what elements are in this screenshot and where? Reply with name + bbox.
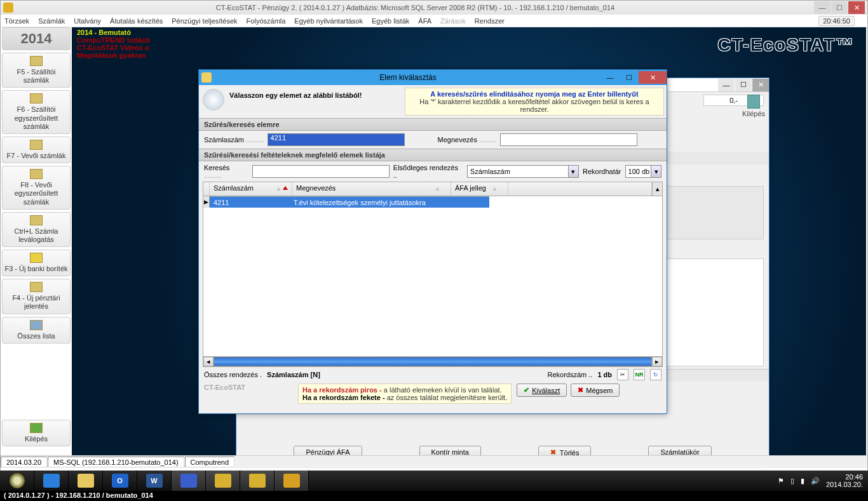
chevron-down-icon: ▾ — [651, 166, 661, 177]
cell-szam: 4211 — [210, 199, 290, 206]
menu-utalvany[interactable]: Utalvány — [74, 17, 101, 25]
menu-atutalas[interactable]: Átutalás készítés — [110, 17, 163, 25]
menu-penzugyi[interactable]: Pénzügyi teljesítések — [172, 17, 237, 25]
taskbar-app1[interactable] — [206, 471, 240, 491]
tray-clock[interactable]: 20:46 2014.03.20. — [826, 473, 863, 488]
rendezes-combo[interactable]: Számlaszám▾ — [467, 165, 579, 178]
start-icon — [10, 473, 25, 488]
taskbar-app2[interactable] — [240, 471, 275, 491]
section-results-header: Szűrési/keresési feltételeknek megfelelő… — [199, 149, 667, 161]
info-text: 2014 - Bemutató CompuTREND tudásb CT-Eco… — [77, 29, 150, 59]
btn-f5[interactable]: F5 - Szállítói számlák — [2, 53, 71, 88]
megnevezes-label: Megnevezés — [438, 136, 497, 144]
envelope-icon — [30, 253, 43, 263]
close-button[interactable]: ✕ — [848, 1, 865, 14]
btn-f7[interactable]: F7 - Vevői számlák — [2, 137, 71, 163]
btn-kilepes[interactable]: Kilépés — [2, 420, 71, 446]
left-toolbar: 2014 F5 - Szállítói számlák F6 - Szállít… — [2, 27, 71, 449]
tray-net-icon[interactable]: ▯ — [790, 477, 794, 485]
menu-torzsek[interactable]: Törzsek — [4, 17, 29, 25]
footer-bar: ( 2014.0.1.27 ) - 192.168.1.210 / bemuta… — [0, 491, 868, 501]
taskbar-explorer[interactable] — [69, 471, 103, 491]
folder-icon — [78, 474, 94, 488]
table-row[interactable]: 4211 T.évi kötelezettségek személyi jutt… — [210, 196, 489, 208]
app-icon — [3, 3, 13, 13]
status-date: 2014.03.20 — [1, 457, 47, 467]
record-hint: Ha a rekordszám piros - a látható elemek… — [298, 384, 512, 404]
doc-icon — [30, 140, 43, 150]
cut-icon[interactable]: ✂ — [617, 369, 628, 380]
exit-icon — [30, 423, 43, 433]
kont-max[interactable]: ☐ — [735, 79, 752, 91]
kont-min[interactable]: — — [718, 79, 735, 91]
system-tray: ⚑ ▯ ▮ 🔊 20:46 2014.03.20. — [778, 473, 868, 488]
rekordhatar-label: Rekordhatár — [583, 168, 621, 175]
row-indicator: ▶ — [203, 196, 210, 208]
dlg-titlebar[interactable]: Elem kiválasztás — ☐ ✕ — [199, 70, 667, 85]
kont-close[interactable]: ✕ — [752, 79, 769, 91]
rekordhatar-combo[interactable]: 100 db▾ — [625, 165, 661, 178]
grid-hscroll[interactable]: ◂ ▸ — [203, 356, 662, 366]
menubar: Törzsek Számlák Utalvány Átutalás készít… — [1, 15, 867, 27]
col-megnevezes[interactable]: Megnevezés≡ — [292, 182, 451, 196]
col-szamlaszam[interactable]: Számlaszám≡ — [210, 182, 292, 196]
taskbar-word[interactable]: W — [137, 471, 172, 491]
menu-folyoszamla[interactable]: Folyószámla — [247, 17, 286, 25]
report-icon — [30, 282, 43, 292]
szamlaszam-input[interactable]: 4211 — [268, 133, 405, 146]
btn-f4[interactable]: F4 - Új pénztári jelentés — [2, 279, 71, 314]
col-spacer — [508, 182, 652, 196]
szamlaszam-label: Számlaszám — [204, 136, 264, 144]
kivalaszt-button[interactable]: ✔Kiválaszt — [517, 384, 567, 397]
dlg-maximize[interactable]: ☐ — [620, 71, 639, 84]
col-afajelleg[interactable]: ÁFA jelleg≡ — [451, 182, 508, 196]
tray-sound-icon[interactable]: 🔊 — [811, 477, 820, 485]
menu-egyeb-listak[interactable]: Egyéb listák — [372, 17, 409, 25]
refresh-icon[interactable]: ↻ — [650, 369, 661, 380]
taskbar-ie[interactable] — [34, 471, 69, 491]
tray-power-icon[interactable]: ▮ — [801, 477, 804, 485]
record-label: Rekordszám .. — [547, 371, 592, 378]
start-button[interactable] — [0, 471, 34, 491]
taskbar-save[interactable] — [172, 471, 206, 491]
megnevezes-input[interactable] — [500, 133, 637, 146]
minimize-button[interactable]: — — [814, 1, 831, 14]
scroll-left[interactable]: ◂ — [203, 357, 214, 366]
scroll-right[interactable]: ▸ — [652, 357, 662, 366]
filter-icon — [30, 215, 43, 225]
maximize-button[interactable]: ☐ — [831, 1, 848, 14]
dlg-title: Elem kiválasztás — [215, 73, 600, 82]
status-company: Computrend — [185, 457, 235, 467]
doc-icon — [30, 56, 43, 66]
btn-f3[interactable]: F3 - Új banki boríték — [2, 250, 71, 276]
taskbar-outlook[interactable]: O — [103, 471, 137, 491]
dlg-minimize[interactable]: — — [600, 71, 620, 84]
menu-egyeb-nyilv[interactable]: Egyéb nyilvántartások — [294, 17, 363, 25]
order-value: Számlaszám [N] — [267, 371, 320, 378]
clipboard-icon — [215, 474, 231, 488]
megsem-button[interactable]: ✖Mégsem — [571, 384, 620, 397]
chevron-down-icon: ▾ — [568, 166, 578, 177]
btn-f6[interactable]: F6 - Szállítói egyszerűsített számlák — [2, 90, 71, 134]
elsodleges-label: Elsődleges rendezés .. — [393, 164, 463, 179]
results-grid: Számlaszám≡ Megnevezés≡ ÁFA jelleg≡ ▴ ▶ … — [203, 182, 663, 367]
menu-afa[interactable]: ÁFA — [418, 17, 431, 25]
btn-f8[interactable]: F8 - Vevői egyszerűsített számlák — [2, 166, 71, 210]
tray-flag-icon[interactable]: ⚑ — [778, 477, 784, 485]
kereses-input[interactable] — [252, 165, 390, 178]
year-label: 2014 — [2, 27, 71, 50]
nr-button[interactable]: NR — [634, 369, 645, 380]
ie-icon — [43, 474, 60, 488]
menu-szamlak[interactable]: Számlák — [38, 17, 65, 25]
taskbar-ecostat[interactable] — [275, 471, 309, 491]
btn-ctrl-l[interactable]: Ctrl+L Számla leválogatás — [2, 212, 71, 247]
kereses-label: Keresés — [204, 164, 248, 179]
list-icon — [30, 320, 43, 330]
btn-osszes[interactable]: Összes lista — [2, 317, 71, 344]
menubar-clock: 20:46:50 — [818, 16, 855, 26]
scroll-up[interactable]: ▴ — [652, 182, 662, 196]
dlg-close[interactable]: ✕ — [639, 71, 667, 84]
exit-icon[interactable] — [747, 95, 760, 109]
menu-rendszer[interactable]: Rendszer — [475, 17, 505, 25]
status-db: MS-SQL (192.168.1.210-bemutato_014) — [48, 457, 184, 467]
